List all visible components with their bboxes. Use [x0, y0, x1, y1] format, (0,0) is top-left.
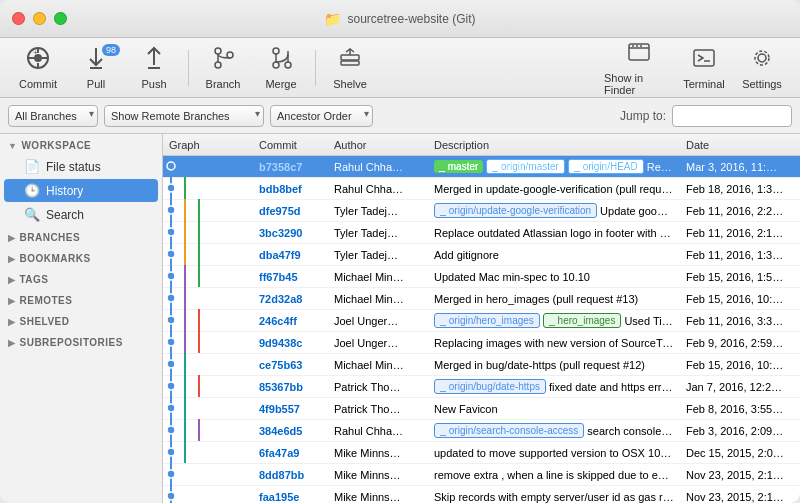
order-select-wrap[interactable]: Ancestor Order [270, 105, 373, 127]
close-button[interactable] [12, 12, 25, 25]
terminal-icon [691, 45, 717, 75]
remotes-header[interactable]: ▶ REMOTES [0, 291, 162, 310]
commits-list: b7358c7Rahul Chha…⎯ master⎯ origin/maste… [163, 156, 800, 503]
table-row[interactable]: faa195eMike Minns…Skip records with empt… [163, 486, 800, 503]
terminal-button[interactable]: Terminal [676, 42, 732, 94]
commit-hash[interactable]: ce75b63 [253, 359, 328, 371]
order-select[interactable]: Ancestor Order [270, 105, 373, 127]
table-row[interactable]: ce75b63Michael Min…Merged in bug/date-ht… [163, 354, 800, 376]
show-in-finder-button[interactable]: Show in Finder [604, 42, 674, 94]
table-row[interactable]: dba47f9Tyler Tadej…Add gitignoreFeb 11, … [163, 244, 800, 266]
sidebar-item-file-status[interactable]: 📄 File status [0, 155, 162, 178]
tags-chevron: ▶ [8, 275, 16, 285]
col-header-graph[interactable]: Graph [163, 139, 253, 151]
remote-branches-select-wrap[interactable]: Show Remote Branches [104, 105, 264, 127]
shelved-header[interactable]: ▶ SHELVED [0, 312, 162, 331]
table-row[interactable]: 85367bbPatrick Tho…⎯ origin/bug/date-htt… [163, 376, 800, 398]
commit-hash[interactable]: 6fa47a9 [253, 447, 328, 459]
commit-hash[interactable]: 3bc3290 [253, 227, 328, 239]
main-layout: ▼ WORKSPACE 📄 File status 🕒 History 🔍 Se… [0, 134, 800, 503]
commit-description: ⎯ origin/bug/date-httpsfixed date and ht… [428, 379, 680, 394]
commit-desc-text: updated to move supported version to OSX… [434, 447, 674, 459]
table-row[interactable]: bdb8befRahul Chha…Merged in update-googl… [163, 178, 800, 200]
col-header-commit[interactable]: Commit [253, 139, 328, 151]
table-row[interactable]: 384e6d5Rahul Chha…⎯ origin/search-consol… [163, 420, 800, 442]
commit-hash[interactable]: 8dd87bb [253, 469, 328, 481]
commit-hash[interactable]: 9d9438c [253, 337, 328, 349]
branches-header[interactable]: ▶ BRANCHES [0, 228, 162, 247]
commit-hash[interactable]: dfe975d [253, 205, 328, 217]
jump-input[interactable] [672, 105, 792, 127]
commit-description: ⎯ origin/update-google-verificationUpdat… [428, 203, 680, 218]
commit-hash[interactable]: 72d32a8 [253, 293, 328, 305]
table-row[interactable]: 8dd87bbMike Minns…remove extra , when a … [163, 464, 800, 486]
svg-point-17 [285, 62, 291, 68]
svg-point-30 [755, 51, 769, 65]
graph-cell [163, 221, 253, 245]
settings-button[interactable]: Settings [734, 42, 790, 94]
branches-select-wrap[interactable]: All Branches [8, 105, 98, 127]
remote-branches-select[interactable]: Show Remote Branches [104, 105, 264, 127]
table-row[interactable]: 6fa47a9Mike Minns…updated to move suppor… [163, 442, 800, 464]
sidebar-item-search[interactable]: 🔍 Search [0, 203, 162, 226]
commit-hash[interactable]: dba47f9 [253, 249, 328, 261]
workspace-section: ▼ WORKSPACE 📄 File status 🕒 History 🔍 Se… [0, 136, 162, 226]
commit-hash[interactable]: 246c4ff [253, 315, 328, 327]
table-row[interactable]: 3bc3290Tyler Tadej…Replace outdated Atla… [163, 222, 800, 244]
commit-description: Merged in hero_images (pull request #13) [428, 293, 680, 305]
subrepositories-header[interactable]: ▶ SUBREPOSITORIES [0, 333, 162, 352]
commit-description: Replace outdated Atlassian logo in foote… [428, 227, 680, 239]
shelve-button[interactable]: Shelve [322, 42, 378, 94]
commit-author: Mike Minns… [328, 469, 428, 481]
graph-cell [163, 375, 253, 399]
minimize-button[interactable] [33, 12, 46, 25]
subrepositories-chevron: ▶ [8, 338, 16, 348]
table-row[interactable]: 246c4ffJoel Unger…⎯ origin/hero_images⎯ … [163, 310, 800, 332]
col-header-date[interactable]: Date [680, 139, 800, 151]
traffic-lights[interactable] [12, 12, 67, 25]
table-row[interactable]: 72d32a8Michael Min…Merged in hero_images… [163, 288, 800, 310]
sidebar-item-history[interactable]: 🕒 History [4, 179, 158, 202]
svg-rect-20 [341, 61, 359, 65]
branches-section: ▶ BRANCHES [0, 228, 162, 247]
col-header-description[interactable]: Description [428, 139, 680, 151]
table-row[interactable]: dfe975dTyler Tadej…⎯ origin/update-googl… [163, 200, 800, 222]
push-button[interactable]: Push [126, 42, 182, 94]
commit-desc-text: remove extra , when a line is skipped du… [434, 469, 674, 481]
commit-button[interactable]: + Commit [10, 42, 66, 94]
branch-icon [210, 45, 236, 75]
pull-button-wrap[interactable]: Pull 98 [68, 42, 124, 94]
commit-hash[interactable]: bdb8bef [253, 183, 328, 195]
branch-button[interactable]: Branch [195, 42, 251, 94]
table-row[interactable]: 9d9438cJoel Unger…Replacing images with … [163, 332, 800, 354]
window-title: 📁 sourcetree-website (Git) [324, 11, 475, 27]
commit-date: Feb 18, 2016, 1:3… [680, 183, 800, 195]
commit-hash[interactable]: ff67b45 [253, 271, 328, 283]
svg-rect-21 [341, 55, 359, 60]
table-row[interactable]: 4f9b557Patrick Tho…New FaviconFeb 8, 201… [163, 398, 800, 420]
commit-hash[interactable]: 4f9b557 [253, 403, 328, 415]
table-row[interactable]: b7358c7Rahul Chha…⎯ master⎯ origin/maste… [163, 156, 800, 178]
merge-button[interactable]: Merge [253, 42, 309, 94]
branches-select[interactable]: All Branches [8, 105, 98, 127]
table-row[interactable]: ff67b45Michael Min…Updated Mac min-spec … [163, 266, 800, 288]
commit-hash[interactable]: 85367bb [253, 381, 328, 393]
bookmarks-header[interactable]: ▶ BOOKMARKS [0, 249, 162, 268]
bookmarks-section: ▶ BOOKMARKS [0, 249, 162, 268]
shelved-chevron: ▶ [8, 317, 16, 327]
sidebar: ▼ WORKSPACE 📄 File status 🕒 History 🔍 Se… [0, 134, 163, 503]
commit-hash[interactable]: b7358c7 [253, 161, 328, 173]
commit-date: Feb 15, 2016, 10:… [680, 293, 800, 305]
maximize-button[interactable] [54, 12, 67, 25]
commit-hash[interactable]: 384e6d5 [253, 425, 328, 437]
svg-point-11 [215, 48, 221, 54]
graph-cell [163, 177, 253, 201]
commit-hash[interactable]: faa195e [253, 491, 328, 503]
commit-desc-text: search console google ver… [587, 425, 674, 437]
toolbar-separator-2 [315, 50, 316, 86]
show-in-finder-icon [626, 39, 652, 69]
tags-header[interactable]: ▶ TAGS [0, 270, 162, 289]
workspace-header[interactable]: ▼ WORKSPACE [0, 136, 162, 155]
branches-label: BRANCHES [20, 232, 81, 243]
col-header-author[interactable]: Author [328, 139, 428, 151]
